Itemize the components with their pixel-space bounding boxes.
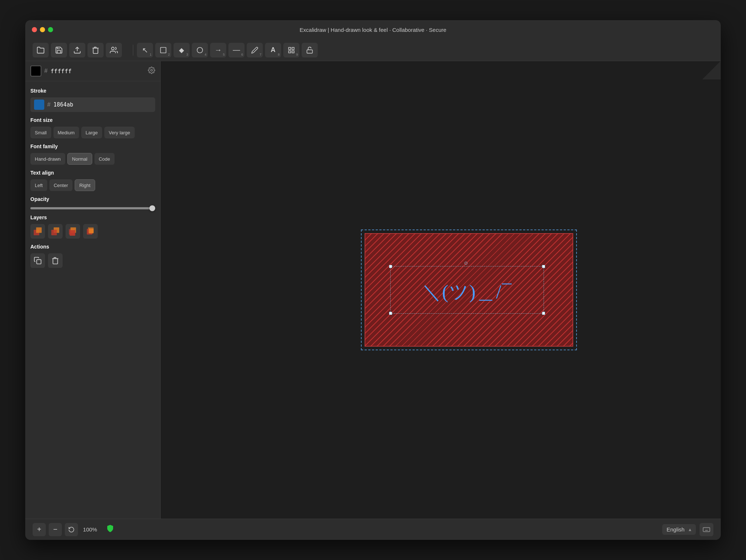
align-left[interactable]: Left <box>30 179 47 191</box>
svg-rect-2 <box>161 47 166 53</box>
layer-send-to-back[interactable] <box>83 224 98 239</box>
stroke-label: Stroke <box>30 88 155 94</box>
align-right[interactable]: Right <box>75 179 95 191</box>
svg-rect-13 <box>51 230 57 235</box>
stroke-color-input[interactable]: 1864ab <box>53 101 86 108</box>
kaomoji-text: ＼(ツ)＿/¯ <box>422 279 512 305</box>
delete-element-button[interactable] <box>48 253 63 268</box>
tool-select[interactable]: ↖ 1 <box>137 43 153 57</box>
canvas-drawing: ＼(ツ)＿/¯ <box>361 229 577 350</box>
opacity-thumb[interactable] <box>149 205 155 211</box>
selection-container: ＼(ツ)＿/¯ <box>361 229 577 350</box>
actions-group <box>30 253 155 268</box>
font-size-large[interactable]: Large <box>81 127 102 138</box>
canvas-area[interactable]: ＼(ツ)＿/¯ <box>161 61 721 519</box>
layer-bring-forward[interactable] <box>66 224 80 239</box>
corner-decoration <box>702 61 721 79</box>
svg-point-3 <box>197 47 203 53</box>
layer-send-back[interactable] <box>48 224 63 239</box>
tool-rectangle[interactable]: 2 <box>155 43 171 57</box>
font-size-group: Small Medium Large Very large <box>30 127 155 138</box>
svg-rect-7 <box>292 51 294 53</box>
opacity-label: Opacity <box>30 196 155 202</box>
svg-rect-19 <box>89 228 94 233</box>
text-align-group: Left Center Right <box>30 179 155 191</box>
stroke-swatch[interactable] <box>34 100 44 110</box>
export-button[interactable] <box>69 43 85 57</box>
delete-button[interactable] <box>87 43 104 57</box>
toolbar-separator <box>133 45 133 56</box>
collaborate-button[interactable] <box>106 43 122 57</box>
bottombar-right: English ▲ <box>662 523 713 536</box>
svg-rect-11 <box>36 227 42 233</box>
layers-label: Layers <box>30 214 155 220</box>
zoom-controls: + − 100% <box>33 523 115 536</box>
close-button[interactable] <box>32 27 37 32</box>
svg-rect-8 <box>307 50 313 53</box>
zoom-level: 100% <box>81 526 99 533</box>
window-title: Excalidraw | Hand-drawn look & feel · Co… <box>300 27 447 33</box>
tool-pencil[interactable]: 7 <box>247 43 263 57</box>
background-swatch[interactable] <box>30 66 41 76</box>
file-tools <box>33 43 122 57</box>
language-select[interactable]: English <box>662 524 696 535</box>
titlebar: Excalidraw | Hand-drawn look & feel · Co… <box>25 20 721 39</box>
tool-arrow[interactable]: → 5 <box>210 43 226 57</box>
maximize-button[interactable] <box>48 27 53 32</box>
font-size-label: Font size <box>30 117 155 123</box>
font-family-group: Hand-drawn Normal Code <box>30 153 155 165</box>
font-size-small[interactable]: Small <box>30 127 51 138</box>
settings-button[interactable] <box>148 67 155 76</box>
svg-point-1 <box>112 47 114 49</box>
language-selector-wrapper: English ▲ <box>662 524 696 535</box>
font-size-very-large[interactable]: Very large <box>104 127 135 138</box>
canvas-text-element: ＼(ツ)＿/¯ <box>391 269 544 315</box>
svg-rect-16 <box>70 230 75 236</box>
hash-stroke: # <box>47 101 51 108</box>
font-hand-drawn[interactable]: Hand-drawn <box>30 153 65 165</box>
main-window: Excalidraw | Hand-drawn look & feel · Co… <box>25 20 721 540</box>
svg-rect-4 <box>289 47 291 49</box>
background-color-input[interactable]: ffffff <box>51 68 87 75</box>
sidebar-scroll: Stroke # 1864ab Font size Small Medium L… <box>25 81 160 519</box>
tool-grid[interactable]: 9 <box>283 43 299 57</box>
stroke-color-row: # 1864ab <box>30 97 155 112</box>
zoom-reset-button[interactable] <box>65 523 78 536</box>
font-normal[interactable]: Normal <box>67 153 92 165</box>
toolbar: ↖ 1 2 ◆ 3 4 → 5 — 6 7 A 8 <box>25 39 721 61</box>
svg-rect-21 <box>703 527 710 531</box>
svg-rect-20 <box>37 260 41 264</box>
keyboard-shortcuts-button[interactable] <box>700 523 713 536</box>
hash-bg: # <box>44 68 48 74</box>
rotate-handle[interactable] <box>465 262 467 265</box>
window-controls <box>32 27 53 32</box>
font-size-medium[interactable]: Medium <box>53 127 79 138</box>
layer-bring-front[interactable] <box>30 224 45 239</box>
opacity-fill <box>30 207 155 209</box>
tool-lock[interactable] <box>302 43 318 57</box>
opacity-slider[interactable] <box>30 207 155 209</box>
main-content: # ffffff Stroke # 1864ab Font size Sma <box>25 61 721 519</box>
save-button[interactable] <box>51 43 67 57</box>
zoom-out-button[interactable]: − <box>49 523 62 536</box>
svg-rect-6 <box>289 51 291 53</box>
tool-text[interactable]: A 8 <box>265 43 281 57</box>
tool-diamond[interactable]: ◆ 3 <box>174 43 190 57</box>
sidebar: # ffffff Stroke # 1864ab Font size Sma <box>25 61 161 519</box>
duplicate-button[interactable] <box>30 253 45 268</box>
svg-point-9 <box>151 69 153 71</box>
bottombar: + − 100% English ▲ <box>25 519 721 540</box>
svg-rect-5 <box>292 47 294 49</box>
font-family-label: Font family <box>30 143 155 149</box>
open-button[interactable] <box>33 43 49 57</box>
shield-icon <box>106 524 115 535</box>
tool-circle[interactable]: 4 <box>192 43 208 57</box>
font-code[interactable]: Code <box>94 153 115 165</box>
align-center[interactable]: Center <box>49 179 72 191</box>
minimize-button[interactable] <box>40 27 45 32</box>
actions-label: Actions <box>30 244 155 250</box>
text-align-label: Text align <box>30 170 155 176</box>
tool-line[interactable]: — 6 <box>228 43 245 57</box>
zoom-in-button[interactable]: + <box>33 523 46 536</box>
layers-group <box>30 224 155 239</box>
